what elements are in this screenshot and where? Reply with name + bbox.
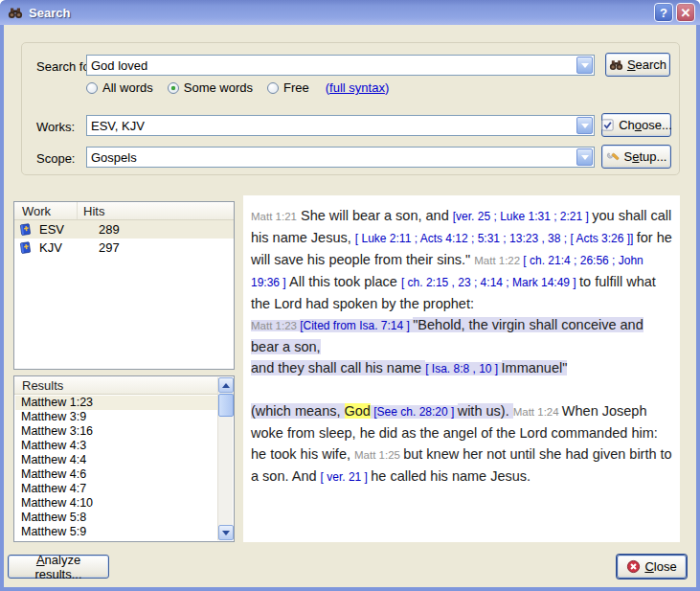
list-item[interactable]: Matthew 1:23 [15, 396, 217, 410]
radio-free[interactable]: Free [267, 80, 309, 95]
list-item[interactable]: Matthew 5:9 [15, 525, 217, 539]
verse-text: Matt 1:21 She will bear a son, and [ver.… [251, 205, 674, 488]
cross-reference[interactable]: [Cited from Isa. 7:14 ] [300, 319, 413, 332]
works-hits-panel: Work Hits ESV289KJV297 [13, 201, 235, 370]
list-item[interactable]: Matthew 4:4 [15, 453, 217, 467]
list-item[interactable]: Matthew 3:9 [15, 410, 217, 424]
cross-reference[interactable]: [See ch. 28:20 ] [371, 405, 458, 419]
verse-text-run: She will bear a son, and [297, 208, 453, 223]
verse-label: Matt 1:24 [513, 406, 562, 418]
radio-label: Free [283, 80, 309, 95]
dropdown-arrow-icon[interactable] [576, 57, 593, 74]
combobox-value: God loved [87, 58, 576, 73]
scope-combobox[interactable]: Gospels [86, 147, 595, 168]
verse-text-run: with us). [458, 403, 513, 419]
verse-text-run: and they shall call his name [251, 360, 425, 375]
verse-label: Matt 1:25 [354, 449, 403, 461]
window-title: Search [29, 6, 651, 20]
verse-text-run: (which means, [251, 403, 345, 419]
binoculars-icon [609, 57, 623, 72]
word-mode-radios: All wordsSome wordsFree(full syntax) [86, 80, 389, 95]
combobox-value: ESV, KJV [87, 119, 576, 133]
radio-icon [267, 82, 279, 94]
hits-column-header[interactable]: Hits [78, 202, 234, 219]
radio-all-words[interactable]: All words [86, 80, 153, 95]
works-combobox[interactable]: ESV, KJV [86, 115, 595, 136]
dropdown-arrow-icon[interactable] [576, 117, 593, 134]
radio-label: All words [102, 80, 153, 95]
wrench-icon [606, 149, 621, 164]
cross-reference[interactable]: [ver. 25 ; Luke 1:31 ; 2:21 ] [453, 210, 592, 223]
cross-reference[interactable]: [ ver. 21 ] [321, 470, 372, 484]
scroll-up-icon[interactable] [218, 377, 234, 393]
cross-reference[interactable]: [ ch. 2:15 , 23 ; 4:14 ; Mark 14:49 ] [401, 276, 579, 289]
verse-label: Matt 1:22 [474, 255, 523, 266]
binoculars-icon [8, 5, 24, 21]
work-hits: 289 [99, 222, 120, 237]
close-window-button[interactable]: ✕ [676, 3, 695, 22]
verse-label: Matt 1:21 [251, 211, 297, 222]
full-syntax-link[interactable]: (full syntax) [326, 80, 390, 95]
work-hits: 297 [99, 240, 120, 255]
checkbox-check-icon [600, 118, 615, 132]
list-item[interactable]: Matthew 4:10 [15, 496, 217, 511]
list-item[interactable]: Matthew 5:34 [15, 539, 217, 540]
table-row[interactable]: ESV289 [14, 220, 234, 239]
list-item[interactable]: Matthew 3:16 [15, 424, 217, 439]
titlebar[interactable]: Search ? ✕ [0, 0, 700, 25]
book-icon [18, 222, 34, 237]
scroll-down-icon[interactable] [218, 525, 234, 540]
radio-some-words[interactable]: Some words [168, 80, 253, 95]
radio-icon [86, 82, 98, 94]
table-row[interactable]: KJV297 [14, 239, 234, 257]
cross-reference[interactable]: [ Luke 2:11 ; Acts 4:12 ; 5:31 ; 13:23 ,… [355, 232, 637, 245]
works-hits-header: Work Hits [14, 202, 234, 220]
radio-icon [168, 82, 179, 94]
close-button[interactable]: Close [617, 555, 687, 579]
list-item[interactable]: Matthew 4:3 [15, 439, 217, 453]
search-button[interactable]: Search [605, 53, 670, 77]
list-item[interactable]: Matthew 4:6 [15, 467, 217, 482]
radio-label: Some words [184, 80, 253, 95]
search-for-combobox[interactable]: God loved [86, 55, 595, 76]
work-name: ESV [39, 222, 81, 237]
works-label: Works: [36, 120, 75, 134]
help-button[interactable]: ? [654, 3, 673, 22]
verse-text-run: All this took place [289, 274, 401, 289]
verse-text-run: Immanuel" [502, 360, 568, 375]
results-scrollbar[interactable] [217, 377, 233, 540]
list-item[interactable]: Matthew 5:8 [15, 511, 217, 525]
setup-scope-button[interactable]: Setup... [601, 145, 671, 169]
work-name: KJV [39, 240, 81, 255]
close-circle-icon [626, 559, 641, 574]
results-list: Matthew 1:23Matthew 3:9Matthew 3:16Matth… [15, 396, 217, 540]
verse-text-pane: Matt 1:21 She will bear a son, and [ver.… [243, 195, 680, 542]
dropdown-arrow-icon[interactable] [576, 148, 593, 166]
search-hit-highlight: God [345, 403, 371, 419]
scrollbar-thumb[interactable] [218, 394, 234, 417]
search-dialog: Search ? ✕ Search for: God loved Search … [0, 0, 700, 591]
book-icon [18, 240, 34, 255]
analyze-results-button[interactable]: Analyze results... [8, 555, 109, 579]
combobox-value: Gospels [87, 150, 576, 165]
choose-works-button[interactable]: Choose... [601, 113, 671, 137]
verse-text-run: he called his name Jesus. [371, 468, 531, 484]
scope-label: Scope: [36, 151, 75, 166]
work-column-header[interactable]: Work [14, 202, 78, 219]
works-hits-rows: ESV289KJV297 [14, 220, 234, 257]
cross-reference[interactable]: [ Isa. 8:8 , 10 ] [425, 362, 501, 375]
results-header[interactable]: Results [14, 376, 234, 395]
results-panel: Results Matthew 1:23Matthew 3:9Matthew 3… [13, 375, 235, 542]
list-item[interactable]: Matthew 4:7 [15, 482, 217, 496]
verse-label: Matt 1:23 [251, 320, 300, 331]
